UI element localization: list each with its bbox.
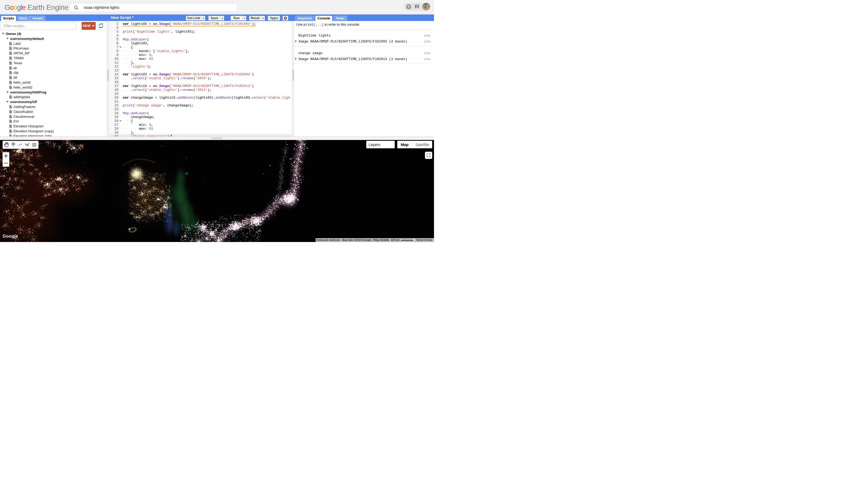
svg-text:?: ? xyxy=(408,5,410,9)
